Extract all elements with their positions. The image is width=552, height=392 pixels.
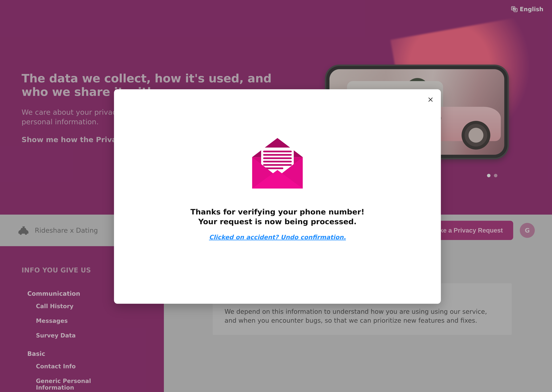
envelope-letter-icon — [247, 135, 308, 191]
modal-title: Thanks for verifying your phone number! … — [181, 207, 374, 226]
confirmation-modal: Thanks for verifying your phone number! … — [114, 89, 441, 304]
close-button[interactable] — [427, 96, 435, 104]
close-icon — [428, 97, 434, 103]
undo-confirmation-link[interactable]: Clicked on accident? Undo confirmation. — [209, 234, 346, 241]
